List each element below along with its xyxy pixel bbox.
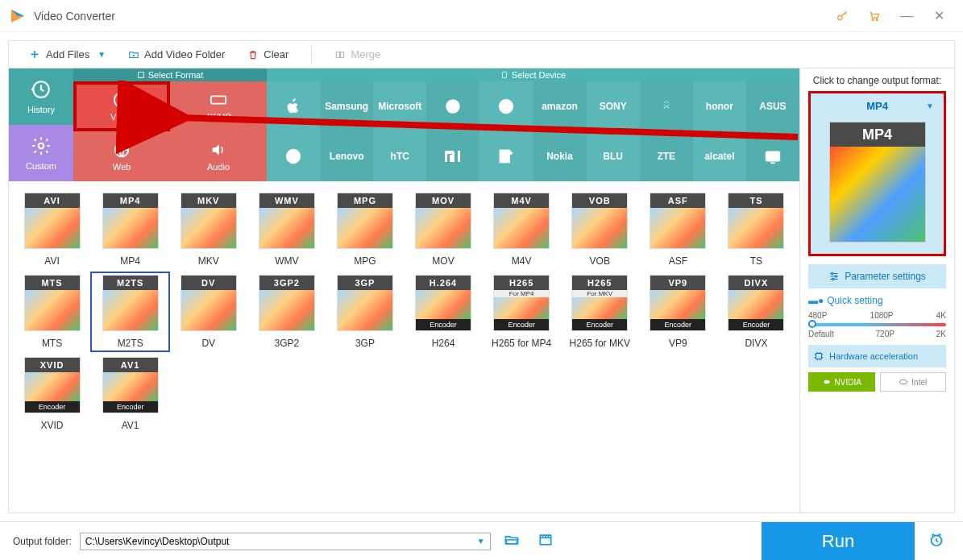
- svg-rect-3: [337, 52, 340, 57]
- category-video[interactable]: Video: [73, 81, 170, 131]
- format-3gp[interactable]: 3GP3GP: [326, 273, 403, 351]
- brand-alcatel[interactable]: alcatel: [693, 131, 746, 181]
- schedule-icon[interactable]: [923, 531, 950, 552]
- merge-icon: [334, 49, 346, 60]
- brand-google[interactable]: [426, 81, 479, 131]
- category-4khd-icon: [210, 91, 227, 110]
- brand-microsoft[interactable]: Microsoft: [373, 81, 426, 131]
- custom-label: Custom: [26, 161, 56, 171]
- format-ts[interactable]: TSTS: [718, 191, 795, 268]
- intel-icon: [899, 377, 908, 387]
- format-vp9[interactable]: VP9EncoderVP9: [640, 273, 716, 351]
- brand-xiaomi[interactable]: [426, 131, 479, 181]
- brand-samsung[interactable]: Samsung: [320, 81, 373, 131]
- format-mkv[interactable]: MKVMKV: [170, 191, 247, 268]
- brand-asus[interactable]: ASUS: [746, 81, 799, 131]
- sliders-icon: [828, 271, 840, 282]
- svg-rect-21: [816, 354, 822, 359]
- quality-slider[interactable]: 480P1080P4K Default720P2K: [808, 311, 946, 338]
- svg-point-18: [832, 272, 833, 274]
- format-mpg[interactable]: MPGMPG: [326, 191, 403, 268]
- format-mov[interactable]: MOVMOV: [405, 191, 481, 268]
- app-logo-icon: [8, 6, 27, 26]
- divider: [311, 46, 312, 64]
- brand-huawei[interactable]: [640, 81, 693, 131]
- svg-rect-7: [138, 73, 143, 78]
- output-format-box[interactable]: MP4 MP4: [808, 91, 946, 256]
- minimize-button[interactable]: —: [890, 4, 923, 28]
- brand-honor[interactable]: honor: [693, 81, 746, 131]
- svg-rect-17: [766, 152, 780, 161]
- format-dv[interactable]: DVDV: [170, 273, 247, 351]
- toolbar: ＋ Add Files ▼ Add Video Folder Clear Mer…: [8, 40, 955, 68]
- chevron-down-icon[interactable]: ▼: [477, 537, 485, 545]
- clear-label: Clear: [264, 48, 288, 60]
- brand-amazon[interactable]: amazon: [533, 81, 586, 131]
- category-audio[interactable]: Audio: [170, 131, 267, 181]
- history-button[interactable]: History: [9, 68, 73, 125]
- right-panel: Click to change output format: MP4 MP4 P…: [799, 68, 954, 512]
- add-files-button[interactable]: ＋ Add Files ▼: [17, 42, 117, 68]
- svg-point-19: [835, 276, 836, 277]
- hardware-accel-button[interactable]: Hardware acceleration: [808, 345, 946, 367]
- brand-nokia[interactable]: Nokia: [533, 131, 586, 181]
- key-icon[interactable]: [826, 4, 858, 28]
- slider-handle[interactable]: [808, 320, 816, 328]
- format-m4v[interactable]: M4VM4V: [484, 191, 560, 268]
- format-avi[interactable]: AVIAVI: [14, 191, 90, 268]
- add-video-folder-button[interactable]: Add Video Folder: [117, 42, 236, 68]
- folder-plus-icon: [128, 49, 139, 60]
- run-button[interactable]: Run: [762, 522, 915, 561]
- parameter-settings-button[interactable]: Parameter settings: [808, 264, 946, 288]
- merge-button[interactable]: Merge: [323, 42, 392, 68]
- format-mts[interactable]: MTSMTS: [14, 273, 90, 351]
- format-av1[interactable]: AV1EncoderAV1: [92, 355, 168, 433]
- output-format-dropdown[interactable]: MP4: [817, 100, 937, 112]
- close-button[interactable]: ✕: [923, 4, 955, 28]
- svg-rect-8: [502, 72, 506, 78]
- format-divx[interactable]: DIVXEncoderDIVX: [718, 273, 795, 351]
- clear-button[interactable]: Clear: [236, 42, 300, 68]
- format-h265-for-mkv[interactable]: H265For MKVEncoderH265 for MKV: [562, 273, 638, 351]
- format-mp4[interactable]: MP4MP4: [92, 191, 168, 268]
- cart-icon[interactable]: [858, 4, 890, 28]
- formats-scroll[interactable]: AVIAVIMP4MP4MKVMKVWMVWMVMPGMPGMOVMOVM4VM…: [9, 181, 799, 512]
- brand-motorola[interactable]: [267, 131, 320, 181]
- brand-tv[interactable]: [746, 131, 799, 181]
- select-device-header: Select Device: [267, 68, 799, 81]
- category-4khd[interactable]: 4K/HD: [170, 81, 267, 131]
- film-folder-icon[interactable]: [533, 532, 558, 551]
- brand-sony[interactable]: SONY: [587, 81, 640, 131]
- format-asf[interactable]: ASFASF: [640, 191, 716, 268]
- svg-point-2: [876, 19, 878, 20]
- custom-button[interactable]: Custom: [9, 125, 73, 181]
- format-vob[interactable]: VOBVOB: [562, 191, 638, 268]
- output-thumb-code: MP4: [830, 122, 925, 147]
- brand-oneplus[interactable]: [479, 131, 533, 181]
- svg-rect-10: [211, 96, 226, 103]
- svg-point-20: [832, 278, 834, 280]
- add-folder-label: Add Video Folder: [144, 48, 225, 60]
- nvidia-button[interactable]: NVIDIA: [808, 372, 875, 392]
- brand-zte[interactable]: ZTE: [640, 131, 693, 181]
- format-3gp2[interactable]: 3GP23GP2: [248, 273, 325, 351]
- open-folder-icon[interactable]: [499, 532, 525, 551]
- chevron-down-icon[interactable]: ▼: [98, 50, 106, 59]
- format-wmv[interactable]: WMVWMV: [248, 191, 325, 268]
- merge-label: Merge: [351, 48, 380, 60]
- svg-rect-4: [341, 52, 344, 57]
- intel-button[interactable]: Intel: [880, 372, 947, 392]
- format-m2ts[interactable]: M2TSM2TS: [92, 273, 168, 351]
- category-web[interactable]: Web: [73, 131, 170, 181]
- svg-point-1: [872, 19, 874, 20]
- format-h265-for-mp4[interactable]: H265For MP4EncoderH265 for MP4: [484, 273, 560, 351]
- format-h264[interactable]: H.264EncoderH264: [405, 273, 481, 351]
- brand-lenovo[interactable]: Lenovo: [320, 131, 373, 181]
- brand-lg[interactable]: [479, 81, 533, 131]
- output-folder-input[interactable]: C:\Users\Kevincy\Desktop\Output ▼: [80, 533, 491, 550]
- brand-blu[interactable]: BLU: [587, 131, 640, 181]
- format-xvid[interactable]: XVIDEncoderXVID: [14, 355, 90, 433]
- brand-apple[interactable]: [267, 81, 320, 131]
- trash-icon: [247, 49, 259, 60]
- brand-htc[interactable]: hTC: [373, 131, 426, 181]
